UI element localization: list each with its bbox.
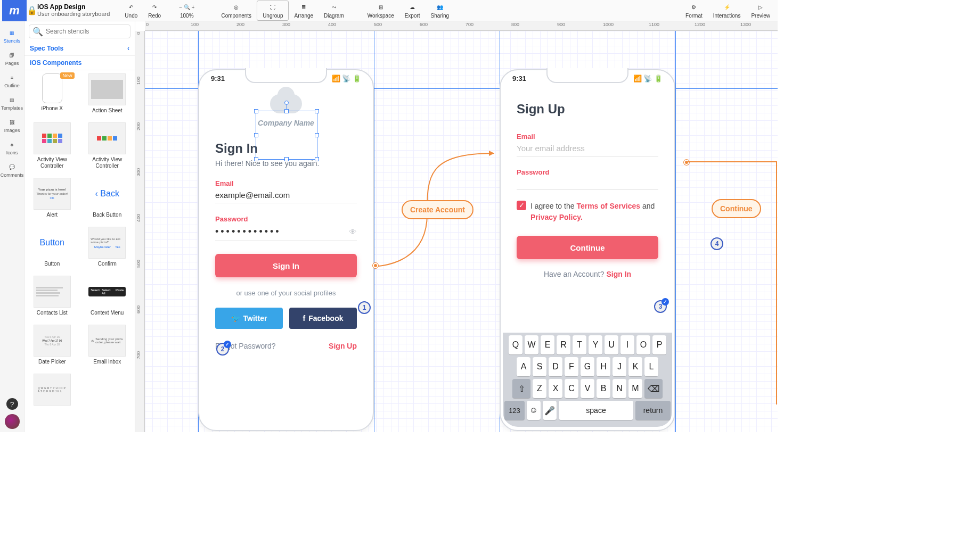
rail-templates[interactable]: ▤Templates <box>0 92 24 114</box>
resize-handle[interactable] <box>284 109 289 113</box>
stencil-avc1[interactable]: Activity View Controller <box>24 119 80 175</box>
key[interactable]: G <box>581 357 594 376</box>
eye-icon[interactable]: 👁 <box>349 227 357 236</box>
space-key[interactable]: space <box>559 401 633 420</box>
stencil-iphonex[interactable]: NewiPhone X <box>24 70 80 119</box>
key[interactable]: D <box>549 357 562 376</box>
stencil-contextmenu[interactable]: SelectSelect AllPasteContext Menu <box>80 272 135 321</box>
stencil-emailinbox[interactable]: ⚙Sending your pizza order, please waitEm… <box>80 321 135 370</box>
rail-comments[interactable]: 💬Comments <box>0 159 24 181</box>
key[interactable]: L <box>644 357 658 376</box>
key[interactable]: S <box>533 357 546 376</box>
components-button[interactable]: ◎Components <box>216 1 257 21</box>
redo-button[interactable]: ↷Redo <box>143 1 166 21</box>
key[interactable]: O <box>636 335 650 354</box>
backspace-key[interactable]: ⌫ <box>644 379 663 398</box>
key[interactable]: X <box>549 379 562 398</box>
resize-handle[interactable] <box>254 133 258 137</box>
key[interactable]: J <box>612 357 626 376</box>
app-logo[interactable]: m <box>2 0 27 21</box>
key[interactable]: V <box>581 379 594 398</box>
rail-pages[interactable]: 🗐Pages <box>0 47 24 69</box>
ruler-horizontal[interactable]: 0100200300400500600700800900100011001200… <box>145 21 778 31</box>
stencil-backbutton[interactable]: ‹ BackBack Button <box>80 175 135 224</box>
diagram-button[interactable]: ⤳Diagram <box>318 1 349 21</box>
selection-box[interactable] <box>256 111 317 160</box>
key[interactable]: Y <box>589 335 602 354</box>
key[interactable]: E <box>541 335 554 354</box>
format-button[interactable]: ⚙Format <box>680 1 708 21</box>
guide-v[interactable] <box>675 31 676 432</box>
checkbox-icon[interactable]: ✓ <box>517 201 526 210</box>
interactions-button[interactable]: ⚡Interactions <box>708 1 746 21</box>
key[interactable]: N <box>612 379 626 398</box>
onscreen-keyboard[interactable]: QWERTYUIOP ASDFGHJKL ⇧ ZXCVBNM ⌫ 123 ☺ 🎤 <box>503 333 672 427</box>
section-spec-tools[interactable]: Spec Tools‹ <box>24 42 135 56</box>
password-field[interactable]: •••••••••••• 👁 <box>215 223 357 241</box>
password-field[interactable] <box>517 176 658 190</box>
resize-handle[interactable] <box>284 157 289 161</box>
rail-outline[interactable]: ≡Outline <box>0 69 24 92</box>
key[interactable]: U <box>605 335 618 354</box>
comment-1[interactable]: 1 <box>358 301 371 314</box>
resize-handle[interactable] <box>254 109 258 113</box>
emoji-key[interactable]: ☺ <box>527 401 541 420</box>
search-input[interactable] <box>46 28 127 35</box>
facebook-button[interactable]: fFacebook <box>289 308 357 329</box>
key[interactable]: C <box>565 379 578 398</box>
ungroup-button[interactable]: ⛶Ungroup <box>257 1 289 21</box>
arrange-button[interactable]: ≣Arrange <box>289 1 318 21</box>
email-field[interactable]: example@email.com <box>215 187 357 203</box>
shift-key[interactable]: ⇧ <box>512 379 530 398</box>
tos-link[interactable]: Terms of Services <box>576 202 640 210</box>
stencil-confirm[interactable]: Would you like to eat some pizza?Maybe l… <box>80 224 135 272</box>
agree-row[interactable]: ✓ I agree to the Terms of Services and P… <box>517 201 658 223</box>
twitter-button[interactable]: 🐦Twitter <box>215 308 283 329</box>
comment-3[interactable]: 3✓ <box>654 300 667 313</box>
flow-label-continue[interactable]: Continue <box>712 199 761 218</box>
key[interactable]: F <box>565 357 578 376</box>
key[interactable]: B <box>597 379 610 398</box>
resize-handle[interactable] <box>315 109 319 113</box>
signin-link[interactable]: Sign In <box>606 270 631 278</box>
signup-link[interactable]: Sign Up <box>329 342 357 350</box>
help-icon[interactable]: ? <box>6 398 18 410</box>
key[interactable]: M <box>628 379 642 398</box>
rotate-handle[interactable] <box>284 101 289 105</box>
canvas[interactable]: 9:31 📶 📡 🔋 Company Name Sign In Hi there… <box>145 31 778 432</box>
numbers-key[interactable]: 123 <box>504 401 525 420</box>
stencil-button[interactable]: ButtonButton <box>24 224 80 272</box>
mic-key[interactable]: 🎤 <box>543 401 557 420</box>
email-field[interactable]: Your email address <box>517 141 658 156</box>
ruler-vertical[interactable]: 0100200300400500600700 <box>135 31 145 432</box>
flow-label-create-account[interactable]: Create Account <box>402 200 473 219</box>
zoom-control[interactable]: − 🔍 +100% <box>174 1 200 21</box>
search-stencils[interactable]: 🔍 <box>29 24 130 38</box>
stencil-avc2[interactable]: Activity View Controller <box>80 119 135 175</box>
key[interactable]: K <box>628 357 642 376</box>
key[interactable]: T <box>573 335 586 354</box>
stencil-actionsheet[interactable]: Action Sheet <box>80 70 135 119</box>
signin-button[interactable]: Sign In <box>215 254 357 277</box>
export-button[interactable]: ☁Export <box>399 1 426 21</box>
workspace-button[interactable]: ⊞Workspace <box>362 1 399 21</box>
key[interactable]: P <box>652 335 666 354</box>
flow-start-dot[interactable] <box>373 263 378 268</box>
undo-button[interactable]: ↶Undo <box>119 1 143 21</box>
key[interactable]: I <box>620 335 634 354</box>
rail-images[interactable]: 🖼Images <box>0 114 24 136</box>
continue-button[interactable]: Continue <box>517 236 658 259</box>
key[interactable]: W <box>525 335 538 354</box>
stencil-alert[interactable]: Your pizza is here!Thanks for your order… <box>24 175 80 224</box>
stencil-datepicker[interactable]: Tue 6 Apr 16Wed 7 Apr 17 00Thu 8 Apr 18D… <box>24 321 80 370</box>
resize-handle[interactable] <box>254 157 258 161</box>
key[interactable]: A <box>517 357 530 376</box>
key[interactable]: Q <box>509 335 522 354</box>
rail-icons[interactable]: ♣Icons <box>0 136 24 159</box>
user-avatar[interactable] <box>5 414 20 429</box>
resize-handle[interactable] <box>315 157 319 161</box>
key[interactable]: R <box>557 335 570 354</box>
stencil-contacts[interactable]: Contacts List <box>24 272 80 321</box>
key[interactable]: H <box>597 357 610 376</box>
sharing-button[interactable]: 👥Sharing <box>426 1 454 21</box>
